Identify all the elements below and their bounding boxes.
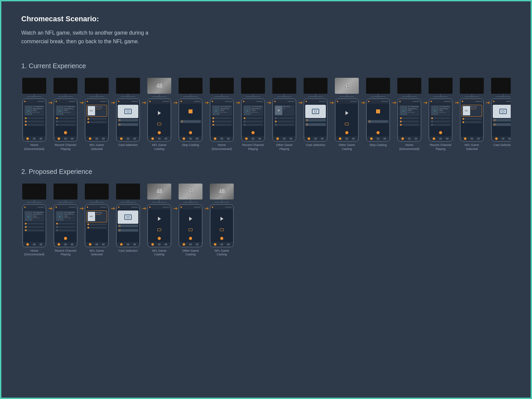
flow-label-3: NFL Game Selected	[84, 249, 110, 257]
arrow-1	[80, 208, 83, 209]
flow-step-7: 48NFL Game Casting	[209, 184, 235, 257]
arrow-8	[299, 102, 302, 103]
arrow-7	[267, 102, 271, 103]
flow-step-14: 📺The Tonight ShowStarring Jimmy FallonNB…	[428, 78, 454, 151]
arrow-12	[424, 102, 427, 103]
flow-step-13: 📺The Tonight ShowStarring Jimmy FallonNB…	[396, 78, 422, 151]
flow-label-1: Home (Disconnected)	[21, 249, 47, 257]
arrow-1	[80, 102, 83, 103]
arrow-0	[49, 102, 52, 103]
scenario-header: Chromecast Scenario: Watch an NFL game, …	[21, 15, 511, 46]
main-container: Chromecast Scenario: Watch an NFL game, …	[1, 1, 531, 287]
flow-step-16: Cast Selection	[490, 78, 511, 147]
arrow-4	[174, 208, 177, 209]
flow-label-3: NFL Game Selected	[84, 143, 110, 151]
flow-step-3: NFLNFL GameSelectedNFL Game Selected	[84, 78, 110, 151]
flow-label-5: NFL Game Casting	[146, 249, 172, 257]
flow-step-2: 📺The Tonight ShowStarring Jimmy FallonNB…	[53, 184, 78, 257]
flow-step-15: NFLNFL GameSelectedNFL Game Selected	[459, 78, 485, 151]
flow-label-4: Cast Selection	[115, 143, 141, 147]
flow-label-16: Cast Selection	[490, 143, 511, 147]
flow-step-1: 📺The Tonight ShowStarring Jimmy FallonNB…	[21, 78, 47, 151]
flow-label-2: Recent Channel Playing	[53, 249, 78, 257]
flow-step-2: 📺The Tonight ShowStarring Jimmy FallonNB…	[53, 78, 78, 151]
flow-step-5: 48NFL Game Casting	[146, 184, 172, 257]
arrow-13	[455, 102, 458, 103]
flow-label-6: Stop Casting	[178, 143, 203, 147]
current-experience-title: 1. Current Experience	[21, 62, 511, 70]
proposed-experience-flow: 📺The Tonight ShowStarring Jimmy FallonNB…	[21, 184, 511, 257]
arrow-2	[111, 208, 114, 209]
arrow-4	[174, 102, 177, 103]
arrow-3	[142, 102, 146, 103]
flow-step-8: 📺The Tonight ShowStarring Jimmy FallonNB…	[240, 78, 266, 151]
arrow-5	[205, 208, 208, 209]
current-experience-section: 1. Current Experience 📺The Tonight ShowS…	[21, 62, 511, 151]
flow-label-11: Other Game Casting	[334, 143, 360, 151]
flow-label-8: Recent Channel Playing	[240, 143, 266, 151]
scenario-description: Watch an NFL game, switch to another gam…	[21, 29, 188, 46]
flow-label-6: Other Game Casting	[178, 249, 203, 257]
arrow-5	[205, 102, 208, 103]
flow-step-4: Cast Selection	[115, 184, 141, 253]
flow-step-10: Cast Selection	[303, 78, 329, 147]
flow-step-5: 48NFL Game Casting	[146, 78, 172, 151]
arrow-9	[330, 102, 333, 103]
flow-label-2: Recent Channel Playing	[53, 143, 78, 151]
flow-label-7: Home (Disconnected)	[209, 143, 235, 151]
flow-step-6: ⚽Other Game Casting	[178, 184, 203, 257]
flow-label-7: NFL Game Casting	[209, 249, 235, 257]
arrow-2	[111, 102, 114, 103]
arrow-6	[236, 102, 239, 103]
arrow-14	[486, 102, 489, 103]
flow-label-13: Home (Disconnected)	[396, 143, 422, 151]
flow-label-14: Recent Channel Playing	[428, 143, 454, 151]
flow-label-15: NFL Game Selected	[459, 143, 485, 151]
flow-step-3: NFLNFL GameSelectedNFL Game Selected	[84, 184, 110, 257]
flow-label-5: NFL Game Casting	[146, 143, 172, 151]
arrow-10	[361, 102, 364, 103]
flow-step-11: ⚽Other Game Casting	[334, 78, 360, 151]
scenario-title: Chromecast Scenario:	[21, 15, 511, 23]
current-experience-flow: 📺The Tonight ShowStarring Jimmy FallonNB…	[21, 78, 511, 151]
flow-label-12: Stop Casting	[365, 143, 391, 147]
arrow-3	[142, 208, 146, 209]
flow-label-9: Other Game Playing	[271, 143, 297, 151]
flow-label-1: Home (Disconnected)	[21, 143, 47, 151]
flow-step-9: ⚽Other GameLiveOther Game Playing	[271, 78, 297, 151]
arrow-0	[49, 208, 52, 209]
flow-step-7: 📺The Tonight ShowStarring Jimmy FallonNB…	[209, 78, 235, 151]
flow-step-6: Stop Casting	[178, 78, 203, 147]
proposed-experience-title: 2. Proposed Experience	[21, 168, 511, 176]
flow-label-10: Cast Selection	[303, 143, 329, 147]
proposed-experience-section: 2. Proposed Experience 📺The Tonight Show…	[21, 168, 511, 257]
flow-step-12: Stop Casting	[365, 78, 391, 147]
flow-step-1: 📺The Tonight ShowStarring Jimmy FallonNB…	[21, 184, 47, 257]
flow-step-4: Cast Selection	[115, 78, 141, 147]
flow-label-4: Cast Selection	[115, 249, 141, 253]
arrow-11	[392, 102, 396, 103]
